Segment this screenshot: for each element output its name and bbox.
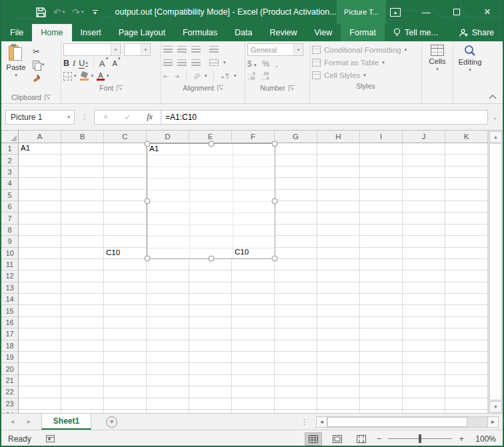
- tab-review[interactable]: Review: [261, 24, 305, 41]
- cell-F13[interactable]: [232, 282, 275, 294]
- cell-E15[interactable]: [189, 305, 232, 316]
- cell-K2[interactable]: [445, 155, 488, 166]
- scroll-right-button[interactable]: ►: [487, 416, 499, 428]
- zoom-level[interactable]: 100%: [471, 434, 496, 444]
- bottom-align-icon[interactable]: [191, 46, 201, 53]
- cell-F21[interactable]: [232, 375, 275, 386]
- cell-A9[interactable]: [19, 236, 61, 247]
- row-header-21[interactable]: 21: [1, 375, 19, 386]
- column-header-J[interactable]: J: [403, 131, 445, 143]
- scroll-down-button[interactable]: ▼: [489, 401, 502, 412]
- cell-J14[interactable]: [403, 294, 445, 305]
- cell-E23[interactable]: [189, 398, 232, 410]
- cell-G13[interactable]: [275, 282, 317, 294]
- cell-A4[interactable]: [19, 178, 61, 189]
- cell-C13[interactable]: [104, 282, 147, 294]
- ribbon-display-options-button[interactable]: ▲: [380, 0, 411, 24]
- select-all-button[interactable]: [1, 131, 19, 143]
- cell-I24[interactable]: [360, 410, 403, 413]
- cell-H2[interactable]: [317, 155, 360, 166]
- cell-J1[interactable]: [403, 143, 445, 155]
- cell-I18[interactable]: [360, 340, 403, 352]
- collapse-ribbon-button[interactable]: [489, 95, 497, 99]
- cell-K5[interactable]: [445, 190, 488, 201]
- column-header-H[interactable]: H: [317, 131, 360, 143]
- row-header-8[interactable]: 8: [1, 224, 19, 236]
- decrease-font-size-button[interactable]: A▼: [112, 59, 117, 67]
- cell-I9[interactable]: [360, 236, 403, 247]
- cell-A16[interactable]: [19, 317, 61, 328]
- cell-F11[interactable]: [232, 259, 275, 270]
- maximize-button[interactable]: [441, 0, 472, 24]
- cell-C1[interactable]: [104, 143, 147, 155]
- redo-button[interactable]: ↷▾: [72, 7, 83, 17]
- cell-K17[interactable]: [445, 328, 488, 340]
- cell-J12[interactable]: [403, 270, 445, 282]
- cell-A5[interactable]: [19, 190, 61, 201]
- increase-indent-icon[interactable]: ⇥: [173, 73, 179, 80]
- align-right-icon[interactable]: [191, 59, 201, 66]
- font-color-button[interactable]: A▾: [97, 71, 109, 81]
- floating-picture[interactable]: A1 C10: [147, 143, 275, 259]
- cell-G23[interactable]: [275, 398, 317, 410]
- cell-B13[interactable]: [61, 282, 104, 294]
- cell-A18[interactable]: [19, 340, 61, 352]
- cell-D14[interactable]: [147, 294, 189, 305]
- cell-K20[interactable]: [445, 363, 488, 374]
- cell-K23[interactable]: [445, 398, 488, 410]
- cell-I23[interactable]: [360, 398, 403, 410]
- cell-F18[interactable]: [232, 340, 275, 352]
- close-button[interactable]: ×: [472, 0, 503, 24]
- row-header-12[interactable]: 12: [1, 270, 19, 282]
- cell-J5[interactable]: [403, 190, 445, 201]
- vertical-scrollbar[interactable]: ▲ ▼: [488, 131, 503, 413]
- column-header-C[interactable]: C: [104, 131, 147, 143]
- cell-F17[interactable]: [232, 328, 275, 340]
- cell-H18[interactable]: [317, 340, 360, 352]
- row-header-20[interactable]: 20: [1, 363, 19, 374]
- cell-A2[interactable]: [19, 155, 61, 166]
- copy-button[interactable]: ▾: [33, 59, 45, 70]
- resize-handle-bottom-middle[interactable]: [208, 256, 214, 262]
- cell-B3[interactable]: [61, 167, 104, 178]
- cell-C5[interactable]: [104, 190, 147, 201]
- cell-C12[interactable]: [104, 270, 147, 282]
- format-as-table-button[interactable]: Format as Table▾: [312, 56, 419, 69]
- horizontal-scroll-thumb[interactable]: [327, 417, 467, 427]
- cell-G10[interactable]: [275, 248, 317, 259]
- cell-C10[interactable]: C10: [104, 248, 147, 259]
- cell-H20[interactable]: [317, 363, 360, 374]
- formula-input[interactable]: =A1:C10: [161, 110, 488, 125]
- cell-B2[interactable]: [61, 155, 104, 166]
- cells-button[interactable]: Cells ▾: [424, 43, 451, 72]
- cell-C9[interactable]: [104, 236, 147, 247]
- cell-K8[interactable]: [445, 224, 488, 236]
- cell-H1[interactable]: [317, 143, 360, 155]
- column-header-A[interactable]: A: [19, 131, 61, 143]
- underline-button[interactable]: U▾: [79, 59, 88, 69]
- decrease-indent-icon[interactable]: ⇤: [163, 73, 169, 80]
- currency-format-button[interactable]: $ ▾: [247, 59, 257, 69]
- cell-H9[interactable]: [317, 236, 360, 247]
- horizontal-scroll-track[interactable]: [327, 416, 487, 428]
- cell-H5[interactable]: [317, 190, 360, 201]
- resize-handle-bottom-right[interactable]: [272, 256, 278, 262]
- decrease-decimal-button[interactable]: .00→.0: [261, 72, 269, 81]
- cell-F19[interactable]: [232, 352, 275, 363]
- cell-I10[interactable]: [360, 248, 403, 259]
- cell-A14[interactable]: [19, 294, 61, 305]
- cell-I19[interactable]: [360, 352, 403, 363]
- cell-C16[interactable]: [104, 317, 147, 328]
- sheet-tab-sheet1[interactable]: Sheet1: [41, 414, 91, 430]
- cell-E12[interactable]: [189, 270, 232, 282]
- cell-G11[interactable]: [275, 259, 317, 270]
- resize-handle-middle-left[interactable]: [145, 199, 151, 205]
- normal-view-button[interactable]: [305, 432, 322, 446]
- cell-K15[interactable]: [445, 305, 488, 316]
- cell-J13[interactable]: [403, 282, 445, 294]
- cell-B20[interactable]: [61, 363, 104, 374]
- cell-H8[interactable]: [317, 224, 360, 236]
- cell-E18[interactable]: [189, 340, 232, 352]
- cell-F20[interactable]: [232, 363, 275, 374]
- cell-D23[interactable]: [147, 398, 189, 410]
